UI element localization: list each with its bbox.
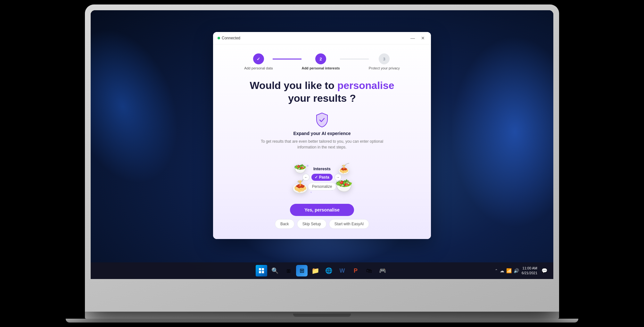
- pasta-tag[interactable]: ✓ Pasta: [311, 174, 332, 181]
- arrow-right-button[interactable]: →: [334, 174, 342, 181]
- pasta-tag-row: ← ✓ Pasta →: [302, 174, 341, 181]
- explorer-button[interactable]: 📁: [310, 265, 321, 276]
- ai-subtitle: To get results that are even better tail…: [261, 139, 383, 150]
- wifi-icon: 📶: [506, 268, 512, 273]
- heading-accent: personalise: [337, 80, 394, 91]
- step-1-label: Add personal data: [244, 66, 273, 70]
- ai-title: Expand your AI experience: [293, 131, 351, 136]
- search-taskbar-button[interactable]: 🔍: [269, 265, 281, 276]
- svg-rect-1: [262, 268, 264, 270]
- taskbar: 🔍 ⊞ ⊞ 📁 🌐 W P 🛍 🎮 ⌃ ☁: [91, 262, 553, 279]
- shield-section: Expand your AI experience To get results…: [226, 112, 418, 156]
- system-tray: ⌃ ☁ 📶 🔊: [495, 268, 519, 273]
- window-content: ✓ Add personal data 2 Add personal inter…: [213, 44, 431, 239]
- connected-dot: [218, 37, 220, 39]
- step-3-circle: 3: [379, 53, 390, 64]
- skip-setup-button[interactable]: Skip Setup: [297, 219, 326, 229]
- connected-badge: Connected: [218, 36, 240, 40]
- wallpaper-swirl-right: [451, 36, 553, 228]
- step-connector-2: [340, 59, 369, 60]
- svg-rect-3: [262, 271, 264, 273]
- step-2-label: Add personal interests: [301, 66, 340, 70]
- edge-button[interactable]: 🌐: [323, 265, 334, 276]
- back-button[interactable]: Back: [275, 219, 294, 229]
- heading-line-1: Would you like to personalise: [226, 79, 418, 92]
- laptop-screen: Connected — ✕ ✓ Add personal data: [85, 4, 559, 312]
- task-view-button[interactable]: ⊞: [283, 265, 294, 276]
- food-illustration: 🥗 🍝 Interests ← ✓ Pasta: [226, 159, 418, 197]
- step-3-label: Protect your privacy: [369, 66, 400, 70]
- step-3: 3 Protect your privacy: [369, 53, 400, 70]
- yes-personalise-button[interactable]: Yes, personalise: [290, 204, 354, 216]
- svg-rect-2: [259, 271, 261, 273]
- secondary-buttons: Back Skip Setup Start with EasyAI: [226, 219, 418, 229]
- widgets-button[interactable]: ⊞: [296, 265, 308, 276]
- sparkle-6: [310, 192, 312, 193]
- arrow-left-button[interactable]: ←: [302, 174, 310, 181]
- taskbar-date-display: 6/21/2021: [522, 271, 537, 275]
- shield-icon: [314, 112, 330, 128]
- start-button[interactable]: [256, 265, 267, 276]
- network-icon: ☁: [500, 268, 504, 273]
- laptop-notch: [293, 314, 351, 317]
- main-heading: Would you like to personalise your resul…: [226, 79, 418, 105]
- taskbar-right: ⌃ ☁ 📶 🔊 11:00 AM 6/21/2021 💬: [495, 266, 549, 276]
- taskbar-time-display: 11:00 AM: [522, 266, 537, 271]
- laptop-base: [66, 319, 578, 323]
- volume-icon: 🔊: [514, 268, 519, 273]
- powerpoint-button[interactable]: P: [350, 265, 361, 276]
- step-2-circle: 2: [315, 53, 326, 64]
- svg-rect-0: [259, 268, 261, 270]
- notification-icon[interactable]: 💬: [540, 266, 549, 275]
- step-1-circle: ✓: [253, 53, 264, 64]
- store-button[interactable]: 🛍: [363, 265, 375, 276]
- pasta-tag-label: ✓ Pasta: [315, 175, 329, 179]
- wallpaper-swirl-left: [91, 13, 198, 199]
- screen-bezel: Connected — ✕ ✓ Add personal data: [91, 10, 553, 279]
- steam-button[interactable]: 🎮: [377, 265, 388, 276]
- heading-line-2: your results ?: [226, 92, 418, 105]
- word-button[interactable]: W: [336, 265, 348, 276]
- interest-tags-center: Interests ← ✓ Pasta → Personalize: [302, 166, 341, 190]
- start-easyai-button[interactable]: Start with EasyAI: [329, 219, 369, 229]
- desktop-wallpaper: Connected — ✕ ✓ Add personal data: [91, 10, 553, 279]
- step-2: 2 Add personal interests: [301, 53, 340, 70]
- close-button[interactable]: ✕: [419, 35, 426, 42]
- connected-label: Connected: [222, 36, 240, 40]
- app-window: Connected — ✕ ✓ Add personal data: [213, 32, 431, 239]
- progress-steps: ✓ Add personal data 2 Add personal inter…: [226, 53, 418, 70]
- chevron-up-icon[interactable]: ⌃: [495, 268, 498, 273]
- minimize-button[interactable]: —: [409, 35, 416, 42]
- title-bar: Connected — ✕: [213, 32, 431, 44]
- taskbar-center: 🔍 ⊞ ⊞ 📁 🌐 W P 🛍 🎮: [256, 265, 388, 276]
- step-1: ✓ Add personal data: [244, 53, 273, 70]
- laptop-hinge: [85, 312, 559, 319]
- taskbar-clock[interactable]: 11:00 AM 6/21/2021: [522, 266, 537, 276]
- step-connector-1: [273, 59, 301, 60]
- interests-label: Interests: [313, 166, 331, 171]
- personalize-tag[interactable]: Personalize: [308, 183, 336, 190]
